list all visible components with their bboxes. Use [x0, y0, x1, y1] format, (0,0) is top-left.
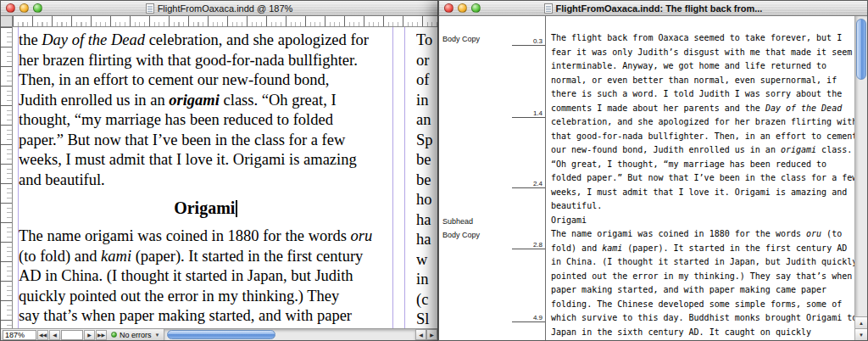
layout-text-line[interactable]: in	[416, 270, 437, 290]
text-run: class. “Oh great, I	[220, 92, 337, 109]
zoom-level-field[interactable]: 187%	[3, 330, 36, 340]
story-text-line[interactable]: folding. The Chinese developed some simp…	[551, 298, 854, 312]
layout-text-line[interactable]: of	[416, 70, 437, 91]
paragraph-style-label: Subhead	[442, 217, 473, 226]
text-run: Day of the Dead	[765, 103, 842, 113]
layout-text-line[interactable]: an	[416, 110, 437, 131]
scroll-right-button[interactable]: ▶	[426, 329, 437, 340]
text-run: origami	[169, 92, 220, 109]
story-text-line[interactable]: which survive to this day. Buddhist monk…	[551, 311, 854, 326]
scroll-up-button[interactable]: ▲	[855, 316, 867, 328]
horizontal-ruler[interactable]	[13, 16, 437, 27]
layout-text-frame[interactable]: the Day of the Dead celebration, and she…	[19, 31, 392, 328]
story-text-line[interactable]: The flight back from Oaxaca seemed to ta…	[551, 31, 854, 46]
text-run: (to	[821, 229, 842, 238]
close-button[interactable]	[6, 3, 15, 13]
scroll-down-button[interactable]: ▼	[855, 328, 867, 340]
vertical-scrollbar[interactable]: ▲ ▼	[854, 16, 867, 340]
story-text-line[interactable]: weeks, I must admit that I love it. Orig…	[551, 186, 854, 200]
close-button[interactable]	[444, 3, 453, 13]
depth-marker-value: 1.4	[533, 109, 542, 117]
layout-text-line[interactable]: Sl	[416, 310, 437, 328]
text-run: paper.” But now that I’ve been in the cl…	[19, 131, 345, 148]
preflight-menu-arrow-icon[interactable]: ▼	[155, 333, 160, 338]
layout-text-line[interactable]: ha	[416, 210, 437, 231]
layout-text-line[interactable]: paper.” But now that I’ve been in the cl…	[19, 131, 392, 151]
second-column-fragment[interactable]: ToorofinanSpbebehohahawin(cSl	[416, 31, 437, 328]
vertical-ruler[interactable]	[1, 27, 13, 328]
layout-text-line[interactable]: quickly pointed out the error in my thin…	[19, 287, 392, 307]
layout-text-line[interactable]: Sp	[416, 131, 437, 151]
text-run: celebration, and she apologized for her …	[551, 117, 854, 126]
layout-text-line[interactable]: The name origami was coined in 1880 for …	[19, 226, 392, 247]
layout-text-line[interactable]: her brazen flirting with that good-for-n…	[19, 51, 392, 71]
window-controls	[6, 3, 42, 13]
ruler-origin[interactable]	[1, 16, 13, 27]
layout-text-line[interactable]: AD in China. (I thought it started in Ja…	[19, 266, 392, 287]
story-titlebar[interactable]: FlightFromOaxaca.indd: The flight back f…	[439, 1, 867, 16]
story-text-line[interactable]: The name origami was coined in 1880 for …	[551, 227, 854, 242]
scroll-left-button[interactable]: ◀	[415, 329, 426, 340]
text-run: Then, in an effort to cement our new-fou…	[19, 71, 329, 88]
story-text-line[interactable]: celebration, and she apologized for her …	[551, 115, 854, 130]
layout-text-line[interactable]: or	[416, 51, 437, 71]
story-text-line[interactable]: normal, or even better than normal, even…	[551, 74, 854, 88]
story-text-line[interactable]: there is such a word. I told Judith I wa…	[551, 87, 854, 102]
story-text-line[interactable]: folded paper.” But now that I’ve been in…	[551, 171, 854, 186]
story-text-line[interactable]: Japan in the sixth century AD. It caught…	[551, 326, 854, 340]
layout-text-line[interactable]: the Day of the Dead celebration, and she…	[19, 31, 392, 51]
story-text-line[interactable]: that good-for-nada bullfighter. Then, in…	[551, 130, 854, 144]
horizontal-scroll-thumb[interactable]	[167, 330, 275, 339]
text-run: “Oh great, I thought, “my marriage has b…	[551, 159, 826, 169]
story-text-line[interactable]: comments I made about her parents and th…	[551, 102, 854, 116]
minimize-button[interactable]	[458, 3, 467, 13]
layout-text-line[interactable]: be	[416, 170, 437, 191]
document-icon	[146, 3, 154, 14]
layout-text-line[interactable]: ho	[416, 190, 437, 210]
layout-text-line[interactable]: and beautiful.	[19, 170, 392, 191]
vertical-scroll-thumb[interactable]	[856, 19, 866, 80]
text-run: oru	[806, 229, 821, 238]
story-text-line[interactable]: in China. (I thought it started in Japan…	[551, 255, 854, 270]
story-text-line[interactable]: Origami	[551, 214, 854, 228]
layout-text-line[interactable]: weeks, I must admit that I love it. Orig…	[19, 150, 392, 170]
layout-text-line[interactable]: thought, “my marriage has been reduced t…	[19, 110, 392, 131]
text-run: (paper). It started in the first century…	[622, 243, 847, 253]
layout-text-line[interactable]: be	[416, 150, 437, 170]
layout-text-line[interactable]: Then, in an effort to cement our new-fou…	[19, 70, 392, 91]
last-page-button[interactable]: ▶▶	[96, 330, 107, 340]
page-number-field[interactable]	[61, 330, 83, 340]
story-text-line[interactable]: beautiful.	[551, 199, 854, 214]
depth-marker-line	[512, 45, 545, 46]
story-text-line[interactable]: fear it was only Judith’s disgust with m…	[551, 46, 854, 60]
story-text[interactable]: The flight back from Oaxaca seemed to ta…	[547, 16, 854, 340]
layout-text-line[interactable]: (to fold) and kami (paper). It started i…	[19, 247, 392, 267]
story-text-line[interactable]: fold) and kami (paper). It started in th…	[551, 242, 854, 256]
layout-text-line[interactable]: say that’s when paper making started, an…	[19, 306, 392, 327]
layout-text-line[interactable]: ha	[416, 230, 437, 250]
zoom-button[interactable]	[471, 3, 481, 13]
page-canvas[interactable]: the Day of the Dead celebration, and she…	[13, 27, 437, 328]
layout-heading[interactable]: Origami	[19, 196, 392, 220]
next-page-button[interactable]: ▶	[84, 330, 95, 340]
layout-titlebar[interactable]: FlightFromOaxaca.indd @ 187%	[1, 1, 437, 16]
depth-marker-line	[512, 321, 545, 322]
story-text-line[interactable]: paper making started, and with paper mak…	[551, 283, 854, 298]
preflight-status[interactable]: No errors ▼	[111, 331, 159, 339]
layout-text-line[interactable]: Judith enrolled us in an origami class. …	[19, 91, 392, 111]
text-run: AD in China. (I thought it started in Ja…	[19, 267, 353, 284]
horizontal-scrollbar[interactable]	[164, 329, 415, 340]
story-text-line[interactable]: “Oh great, I thought, “my marriage has b…	[551, 158, 854, 172]
layout-text-line[interactable]: (c	[416, 290, 437, 310]
prev-page-button[interactable]: ◀	[49, 330, 60, 340]
preflight-green-icon	[111, 332, 117, 338]
layout-text-line[interactable]: To	[416, 31, 437, 51]
minimize-button[interactable]	[19, 3, 29, 13]
zoom-button[interactable]	[33, 3, 42, 13]
layout-text-line[interactable]: w	[416, 250, 437, 271]
story-text-line[interactable]: our new-found bond, Judith enrolled us i…	[551, 143, 854, 158]
story-text-line[interactable]: interminable. Anyway, we got home and li…	[551, 59, 854, 74]
layout-text-line[interactable]: in	[416, 91, 437, 111]
first-page-button[interactable]: ◀◀	[37, 330, 48, 340]
story-text-line[interactable]: pointed out the error in my thinking.) T…	[551, 270, 854, 284]
